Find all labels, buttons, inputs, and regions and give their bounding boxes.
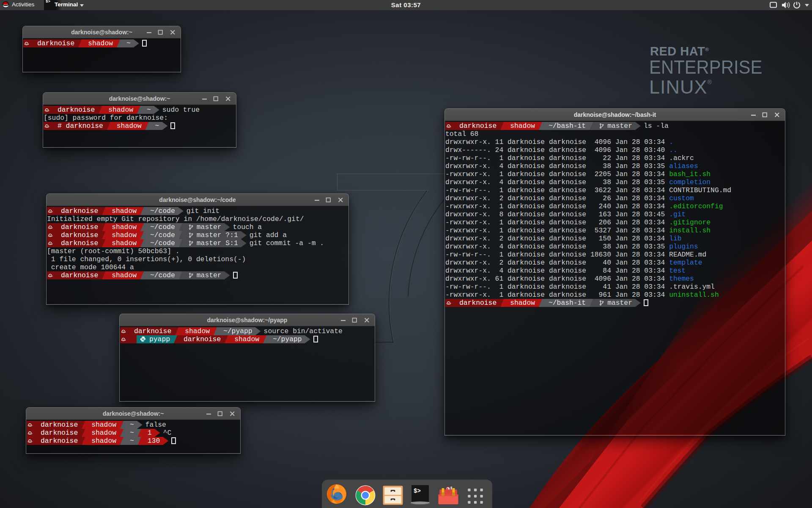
svg-text:$>: $> <box>414 488 421 494</box>
